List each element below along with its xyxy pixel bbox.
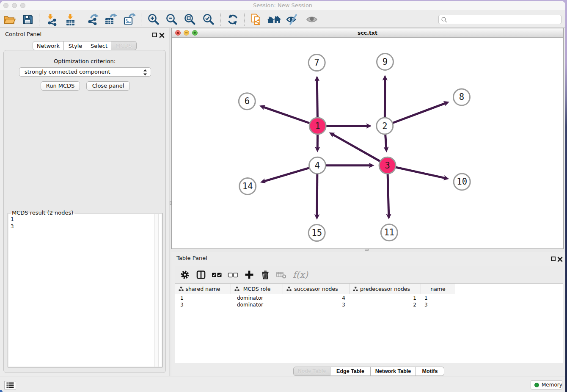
- table-tab-node-table[interactable]: Node Table: [293, 367, 330, 376]
- search-icon: [441, 17, 448, 23]
- close-table-panel-icon[interactable]: [557, 257, 563, 262]
- table-tab-edge-table[interactable]: Edge Table: [330, 367, 371, 376]
- trash-icon: [260, 270, 270, 280]
- search-input[interactable]: [449, 16, 559, 23]
- mcds-result-group: MCDS result (2 nodes) 1 3: [8, 213, 162, 367]
- criterion-dropdown[interactable]: strongly connected component: [19, 67, 151, 77]
- node-table[interactable]: shared nameMCDS rolesuccessor nodesprede…: [175, 283, 563, 363]
- network-view-window: scc.txt 1234678910111415: [171, 28, 564, 249]
- search-box[interactable]: [438, 15, 561, 24]
- cell-successor-nodes[interactable]: 4: [283, 295, 350, 301]
- import-table-button[interactable]: [63, 12, 77, 27]
- cell-name[interactable]: 1: [421, 295, 455, 301]
- column-header-MCDS-role[interactable]: MCDS role: [231, 284, 283, 294]
- show-columns-button[interactable]: [194, 268, 208, 282]
- dropdown-arrows-icon: [143, 69, 147, 76]
- graph-node-label-11: 11: [384, 227, 394, 237]
- show-panels-button[interactable]: [4, 381, 16, 389]
- splitter-handle[interactable]: [365, 249, 369, 251]
- result-scrollbar[interactable]: [154, 214, 159, 367]
- close-panel-icon[interactable]: [159, 33, 165, 38]
- table-row-3[interactable]: 3dominator323: [175, 301, 455, 308]
- column-header-successor-nodes[interactable]: successor nodes: [283, 284, 350, 294]
- control-tab-select[interactable]: Select: [87, 41, 111, 50]
- export-table-button[interactable]: [103, 12, 118, 27]
- zoom-in-icon: [147, 13, 160, 26]
- save-disk-icon: [21, 13, 34, 26]
- ndex-networks-button[interactable]: [249, 12, 263, 27]
- export-image-button[interactable]: [122, 12, 136, 27]
- column-header-predecessor-nodes[interactable]: predecessor nodes: [350, 284, 421, 294]
- show-view-button[interactable]: [305, 12, 319, 27]
- edge-3-1[interactable]: [333, 135, 387, 166]
- control-tab-style[interactable]: Style: [64, 41, 87, 50]
- toolbar-separator: [141, 13, 141, 26]
- table-tab-motifs[interactable]: Motifs: [416, 367, 444, 376]
- cell-name[interactable]: 3: [421, 301, 455, 308]
- columns-icon: [196, 270, 206, 280]
- table-row-1[interactable]: 1dominator411: [175, 295, 455, 301]
- zoom-in-button[interactable]: [146, 12, 161, 27]
- toolbar-separator: [39, 13, 39, 26]
- refresh-button[interactable]: [226, 12, 240, 27]
- export-table-icon: [104, 13, 117, 26]
- table-toolbar: f(x): [175, 266, 563, 283]
- cell-successor-nodes[interactable]: 3: [283, 301, 350, 308]
- close-panel-button[interactable]: Close panel: [86, 81, 130, 91]
- network-graph: 1234678910111415: [172, 38, 563, 248]
- edge-2-8[interactable]: [385, 103, 445, 126]
- main-toolbar: [0, 11, 565, 28]
- horizontal-splitter[interactable]: [171, 249, 565, 252]
- memory-button[interactable]: Memory: [531, 380, 562, 389]
- table-header-row: shared nameMCDS rolesuccessor nodesprede…: [175, 284, 455, 294]
- open-folder-icon: [3, 13, 16, 26]
- graph-node-label-6: 6: [245, 96, 250, 106]
- export-image-icon: [122, 13, 136, 26]
- network-window-titlebar[interactable]: scc.txt: [172, 28, 563, 38]
- shared-column-icon: [179, 287, 184, 291]
- cell-predecessor-nodes[interactable]: 1: [350, 295, 421, 301]
- control-panel-tabs: NetworkStyleSelectMCDS: [33, 41, 137, 50]
- function-builder-button[interactable]: f(x): [291, 268, 310, 282]
- shared-column-icon: [353, 287, 358, 291]
- control-panel: Control Panel NetworkStyleSelectMCDS Opt…: [0, 28, 169, 376]
- zoom-out-button[interactable]: [165, 12, 179, 27]
- graph-node-label-1: 1: [315, 121, 320, 131]
- control-tab-mcds[interactable]: MCDS: [111, 41, 137, 50]
- toolbar-separator: [244, 13, 245, 26]
- run-mcds-button[interactable]: Run MCDS: [41, 81, 80, 91]
- export-network-button[interactable]: [85, 12, 100, 27]
- add-row-button[interactable]: [242, 268, 256, 282]
- network-canvas[interactable]: 1234678910111415: [172, 38, 563, 248]
- table-tab-network-table[interactable]: Network Table: [371, 367, 416, 376]
- cell-predecessor-nodes[interactable]: 2: [350, 301, 421, 308]
- mcds-result-text[interactable]: 1 3: [8, 214, 162, 367]
- column-header-name[interactable]: name: [421, 284, 455, 294]
- import-network-button[interactable]: [44, 12, 59, 27]
- control-tab-network[interactable]: Network: [33, 41, 64, 50]
- cell-shared-name[interactable]: 3: [175, 301, 231, 308]
- select-all-button[interactable]: [210, 268, 224, 282]
- deselect-all-button[interactable]: [226, 268, 240, 282]
- column-header-shared-name[interactable]: shared name: [175, 284, 231, 294]
- mcds-result-title: MCDS result (2 nodes): [11, 210, 74, 216]
- float-table-panel-icon[interactable]: [551, 257, 556, 261]
- save-session-button[interactable]: [20, 12, 35, 27]
- delete-table-button[interactable]: [274, 268, 289, 282]
- table-settings-button[interactable]: [178, 268, 192, 282]
- cell-MCDS-role[interactable]: dominator: [231, 295, 283, 301]
- delete-table-icon: [276, 270, 287, 280]
- float-panel-icon[interactable]: [152, 33, 157, 37]
- column-header-label: MCDS role: [243, 286, 271, 292]
- cell-shared-name[interactable]: 1: [175, 295, 231, 301]
- open-session-button[interactable]: [2, 12, 17, 27]
- memory-label: Memory: [542, 382, 562, 388]
- hide-labels-button[interactable]: [285, 12, 300, 27]
- cell-MCDS-role[interactable]: dominator: [231, 301, 283, 308]
- eye-slash-icon: [286, 13, 299, 26]
- zoom-selected-button[interactable]: [201, 12, 216, 27]
- shared-column-icon: [234, 287, 239, 291]
- zoom-fit-button[interactable]: [183, 12, 197, 27]
- home-button[interactable]: [267, 12, 281, 27]
- delete-row-button[interactable]: [258, 268, 272, 282]
